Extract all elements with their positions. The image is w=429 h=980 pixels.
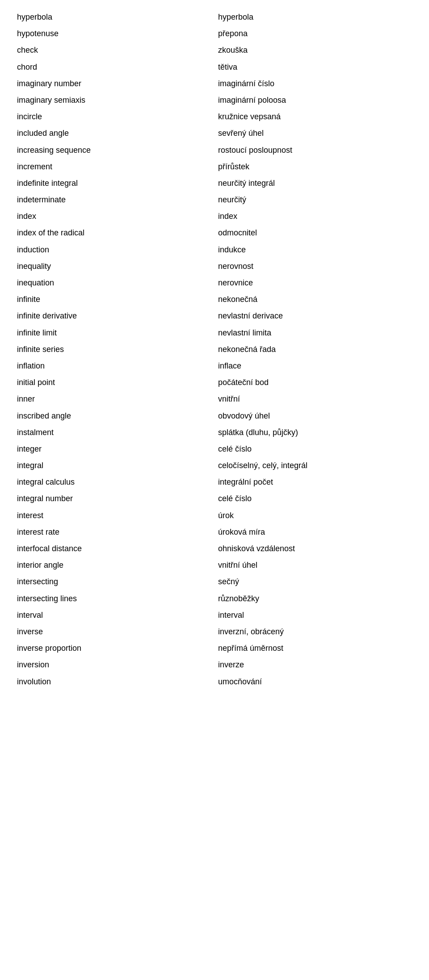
table-row: inverseinverzní, obrácený [13, 624, 416, 640]
table-row: inflationinflace [13, 358, 416, 374]
czech-translation: inflace [214, 358, 416, 374]
english-term: check [13, 42, 214, 59]
english-term: infinite [13, 291, 214, 308]
czech-translation: nerovnost [214, 258, 416, 275]
english-term: interior angle [13, 557, 214, 574]
czech-translation: nevlastní limita [214, 325, 416, 341]
table-row: imaginary semiaxisimaginární poloosa [13, 92, 416, 109]
czech-translation: neurčitý integrál [214, 175, 416, 192]
table-row: intersecting linesrůznoběžky [13, 591, 416, 607]
english-term: increment [13, 159, 214, 175]
czech-translation: odmocnitel [214, 225, 416, 241]
english-term: inner [13, 391, 214, 407]
table-row: interest rateúroková míra [13, 524, 416, 540]
czech-translation: interval [214, 607, 416, 624]
czech-translation: umocňování [214, 674, 416, 690]
czech-translation: celé číslo [214, 490, 416, 507]
table-row: inverse proportionnepřímá úměrnost [13, 640, 416, 657]
table-row: inversioninverze [13, 657, 416, 673]
english-term: indefinite integral [13, 175, 214, 192]
english-term: intersecting [13, 574, 214, 590]
czech-translation: celé číslo [214, 441, 416, 457]
czech-translation: imaginární poloosa [214, 92, 416, 109]
english-term: included angle [13, 125, 214, 142]
english-term: inversion [13, 657, 214, 673]
english-term: interest rate [13, 524, 214, 540]
english-term: interest [13, 507, 214, 524]
table-row: integralceločíselný, celý, integrál [13, 457, 416, 474]
czech-translation: nekonečná [214, 291, 416, 308]
table-row: interfocal distanceohnisková vzdálenost [13, 540, 416, 557]
czech-translation: úrok [214, 507, 416, 524]
czech-translation: počáteční bod [214, 374, 416, 391]
english-term: increasing sequence [13, 142, 214, 159]
czech-translation: tětiva [214, 59, 416, 75]
czech-translation: obvodový úhel [214, 408, 416, 424]
table-row: infinite derivativenevlastní derivace [13, 308, 416, 324]
english-term: inverse [13, 624, 214, 640]
table-row: infinitenekonečná [13, 291, 416, 308]
table-row: inductionindukce [13, 242, 416, 258]
english-term: infinite series [13, 341, 214, 358]
english-term: inverse proportion [13, 640, 214, 657]
czech-translation: inverze [214, 657, 416, 673]
table-row: hypotenusepřepona [13, 25, 416, 42]
czech-translation: ohnisková vzdálenost [214, 540, 416, 557]
czech-translation: zkouška [214, 42, 416, 59]
czech-translation: celočíselný, celý, integrál [214, 457, 416, 474]
english-term: integral number [13, 490, 214, 507]
table-row: checkzkouška [13, 42, 416, 59]
table-row: inscribed angleobvodový úhel [13, 408, 416, 424]
czech-translation: indukce [214, 242, 416, 258]
czech-translation: nepřímá úměrnost [214, 640, 416, 657]
table-row: instalmentsplátka (dluhu, půjčky) [13, 424, 416, 441]
english-term: hypotenuse [13, 25, 214, 42]
english-term: infinite derivative [13, 308, 214, 324]
english-term: inequality [13, 258, 214, 275]
english-term: imaginary number [13, 75, 214, 92]
czech-translation: rostoucí posloupnost [214, 142, 416, 159]
english-term: index of the radical [13, 225, 214, 241]
english-term: interval [13, 607, 214, 624]
czech-translation: přírůstek [214, 159, 416, 175]
table-row: initial pointpočáteční bod [13, 374, 416, 391]
table-row: infinite seriesnekonečná řada [13, 341, 416, 358]
czech-translation: vnitřní úhel [214, 557, 416, 574]
czech-translation: inverzní, obrácený [214, 624, 416, 640]
table-row: incrementpřírůstek [13, 159, 416, 175]
czech-translation: integrální počet [214, 474, 416, 490]
czech-translation: imaginární číslo [214, 75, 416, 92]
table-row: integral calculusintegrální počet [13, 474, 416, 490]
table-row: increasing sequencerostoucí posloupnost [13, 142, 416, 159]
table-row: inequalitynerovnost [13, 258, 416, 275]
dictionary-table: hyperbolahyperbolahypotenusepřeponacheck… [13, 9, 416, 690]
english-term: incircle [13, 109, 214, 125]
english-term: index [13, 208, 214, 225]
english-term: induction [13, 242, 214, 258]
table-row: index of the radicalodmocnitel [13, 225, 416, 241]
czech-translation: index [214, 208, 416, 225]
czech-translation: sevřený úhel [214, 125, 416, 142]
table-row: infinite limitnevlastní limita [13, 325, 416, 341]
czech-translation: vnitřní [214, 391, 416, 407]
czech-translation: přepona [214, 25, 416, 42]
table-row: interestúrok [13, 507, 416, 524]
czech-translation: splátka (dluhu, půjčky) [214, 424, 416, 441]
czech-translation: kružnice vepsaná [214, 109, 416, 125]
english-term: chord [13, 59, 214, 75]
czech-translation: hyperbola [214, 9, 416, 25]
table-row: intersectingsečný [13, 574, 416, 590]
czech-translation: sečný [214, 574, 416, 590]
table-row: inequationnerovnice [13, 275, 416, 291]
english-term: hyperbola [13, 9, 214, 25]
czech-translation: nevlastní derivace [214, 308, 416, 324]
table-row: indexindex [13, 208, 416, 225]
english-term: infinite limit [13, 325, 214, 341]
table-row: integercelé číslo [13, 441, 416, 457]
czech-translation: neurčitý [214, 192, 416, 208]
english-term: indeterminate [13, 192, 214, 208]
table-row: included anglesevřený úhel [13, 125, 416, 142]
english-term: intersecting lines [13, 591, 214, 607]
english-term: initial point [13, 374, 214, 391]
english-term: inflation [13, 358, 214, 374]
